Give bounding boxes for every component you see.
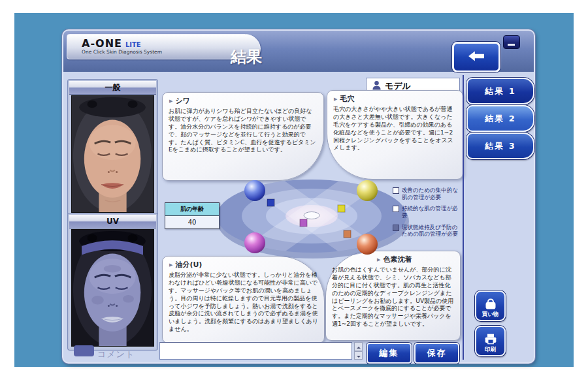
panel-wrinkle-body: お肌に弾力がありシワも殆ど目立たないほどの良好な状態ですが、ケアを怠ればシワがで… — [163, 106, 323, 155]
legend-unfilled-square-icon — [393, 187, 399, 194]
printer-icon — [483, 333, 498, 346]
spinner-up-button[interactable] — [354, 342, 363, 351]
back-arrow-icon — [468, 50, 485, 65]
minimize-button[interactable] — [503, 35, 520, 49]
edit-button[interactable]: 編集 — [367, 343, 412, 364]
print-button[interactable]: 印刷 — [475, 326, 506, 356]
face-photo-general — [71, 95, 154, 213]
shopping-button[interactable]: 買い物 — [475, 290, 506, 321]
legend-item: 改善のための集中的な肌の管理が必要 — [393, 187, 462, 200]
sphere-oil — [244, 232, 265, 253]
marker-pigment — [344, 230, 351, 238]
face-photo-uv — [71, 229, 154, 347]
save-button[interactable]: 保存 — [414, 343, 459, 364]
sphere-pigment — [357, 234, 378, 255]
photo-panel-general: 一般 — [68, 80, 157, 216]
skin-age-value: 40 — [165, 216, 219, 228]
back-button[interactable] — [452, 42, 500, 72]
legend-item: 持続的な肌の管理が必要 — [393, 205, 462, 219]
legend-filled-square-icon — [393, 225, 399, 231]
tab-result-1[interactable]: 結果 1 — [466, 78, 534, 104]
spinner-down-button[interactable] — [354, 351, 363, 360]
header-bar: A-ONELITE One Click Skin Diagnosis Syste… — [63, 31, 534, 72]
panel-wrinkle: シワ お肌に弾力がありシワも殆ど目立たないほどの良好な状態ですが、ケアを怠ればシ… — [162, 92, 324, 181]
chart-legend: 改善のための集中的な肌の管理が必要 持続的な肌の管理が必要 現状態維持及び予防の… — [393, 187, 462, 238]
sphere-pore — [357, 180, 378, 201]
chart-center-hole — [304, 212, 319, 219]
panel-wrinkle-title: シワ — [163, 93, 323, 106]
shopping-bag-icon — [483, 298, 498, 311]
photo-label-general: 一般 — [69, 81, 156, 95]
comment-input[interactable] — [159, 342, 352, 360]
comment-label: コメント — [97, 349, 135, 360]
photo-panel-uv: UV — [68, 213, 157, 350]
comment-bubble-icon — [74, 345, 94, 356]
tab-result-3[interactable]: 結果 3 — [466, 133, 534, 159]
app-window: A-ONELITE One Click Skin Diagnosis Syste… — [62, 29, 535, 364]
skin-age-label: 肌の年齢 — [165, 203, 219, 216]
panel-pore: 毛穴 毛穴の大きさがやや大きい状態であるが普通の大きさと大差無い状態です。大きく… — [327, 90, 463, 180]
photo-label-uv: UV — [69, 215, 156, 228]
marker-wrinkle — [267, 199, 274, 206]
panel-oil: 油分(U) 皮脂分泌が非常に少ない状態です。しっかりと油分を補わなければひどい乾… — [162, 256, 325, 343]
panel-oil-body: 皮脂分泌が非常に少ない状態です。しっかりと油分を補わなければひどい乾燥状態になる… — [163, 270, 324, 335]
page-title: 結果 — [63, 46, 429, 67]
sphere-wrinkle — [244, 180, 265, 201]
marker-oil — [300, 219, 307, 227]
vertical-divider — [463, 75, 464, 360]
panel-pigment-body: お肌の色はくすんでいませんが、部分的に沈着が見える状態で、シミ、ソバカスなども部… — [326, 265, 460, 330]
comment-spinner — [354, 342, 363, 360]
legend-item: 現状態維持及び予防のための肌の管理が必要 — [393, 224, 462, 238]
panel-pore-title: 毛穴 — [327, 91, 463, 104]
marker-pore — [338, 205, 345, 212]
tab-result-2[interactable]: 結果 2 — [466, 105, 534, 132]
skin-age-table: 肌の年齢 40 — [165, 202, 220, 229]
legend-unfilled-square-icon — [393, 206, 399, 212]
panel-pore-body: 毛穴の大きさがやや大きい状態であるが普通の大きさと大差無い状態です。大きくなった… — [327, 104, 463, 153]
